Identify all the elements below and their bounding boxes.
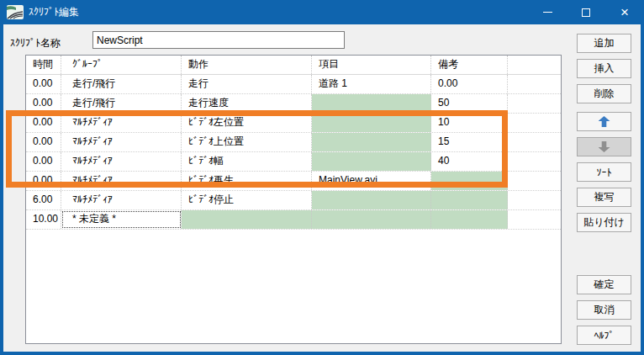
cell-item[interactable]: 道路 1 bbox=[312, 75, 431, 93]
cell-action[interactable]: ﾋﾞﾃﾞｵ左位置 bbox=[182, 114, 312, 132]
sort-button[interactable]: ｿｰﾄ bbox=[577, 162, 631, 182]
table-row[interactable]: 0.00 ﾏﾙﾁﾒﾃﾞｨｱ ﾋﾞﾃﾞｵ上位置 15 bbox=[26, 133, 561, 152]
table-row[interactable]: 0.00 走行/飛行 走行 道路 1 0.00 bbox=[26, 75, 561, 94]
cell-note[interactable]: 50 bbox=[431, 94, 508, 113]
cell-note[interactable] bbox=[431, 172, 508, 190]
cell-extra bbox=[508, 75, 561, 93]
cell-action[interactable]: 走行速度 bbox=[182, 94, 312, 113]
cell-action[interactable]: ﾋﾞﾃﾞｵ停止 bbox=[182, 191, 312, 209]
column-header-group: ｸﾞﾙｰﾌﾟ bbox=[61, 56, 182, 74]
cell-note[interactable]: 10 bbox=[431, 114, 508, 132]
column-header-time: 時間 bbox=[26, 56, 61, 74]
script-table: 時間 ｸﾞﾙｰﾌﾟ 動作 項目 備考 0.00 走行/飛行 走行 道路 1 0.… bbox=[25, 55, 562, 344]
table-row[interactable]: 0.00 ﾏﾙﾁﾒﾃﾞｨｱ ﾋﾞﾃﾞｵ再生 MainView.avi bbox=[26, 172, 561, 191]
cell-time[interactable]: 6.00 bbox=[26, 191, 61, 209]
table-row[interactable]: 0.00 ﾏﾙﾁﾒﾃﾞｨｱ ﾋﾞﾃﾞｵ左位置 10 bbox=[26, 114, 561, 133]
close-icon: × bbox=[620, 0, 629, 24]
cell-note[interactable]: 40 bbox=[431, 152, 508, 171]
cell-extra bbox=[508, 152, 561, 171]
help-button[interactable]: ﾍﾙﾌﾟ bbox=[577, 326, 631, 345]
cell-extra bbox=[508, 94, 561, 113]
paste-button[interactable]: 貼り付け bbox=[577, 213, 631, 232]
cell-extra bbox=[508, 172, 561, 190]
cell-item[interactable] bbox=[312, 191, 431, 209]
cell-item[interactable] bbox=[312, 114, 431, 132]
cell-time[interactable]: 0.00 bbox=[26, 114, 61, 132]
cell-action[interactable]: ﾋﾞﾃﾞｵ幅 bbox=[182, 152, 312, 171]
confirm-button[interactable]: 確定 bbox=[577, 275, 631, 294]
table-row[interactable]: 0.00 走行/飛行 走行速度 50 bbox=[26, 94, 561, 114]
move-down-button[interactable] bbox=[577, 137, 631, 156]
column-header-item: 項目 bbox=[312, 56, 431, 74]
minimize-icon bbox=[543, 12, 552, 13]
cell-group[interactable]: ﾏﾙﾁﾒﾃﾞｨｱ bbox=[61, 133, 182, 151]
cell-extra bbox=[508, 114, 561, 132]
app-icon bbox=[7, 5, 24, 19]
down-arrow-icon bbox=[599, 141, 610, 152]
up-arrow-icon bbox=[599, 116, 610, 127]
cell-item[interactable] bbox=[312, 152, 431, 171]
cell-group[interactable]: 走行/飛行 bbox=[61, 94, 182, 113]
cell-extra bbox=[508, 191, 561, 209]
maximize-icon bbox=[582, 8, 590, 17]
table-header-row: 時間 ｸﾞﾙｰﾌﾟ 動作 項目 備考 bbox=[26, 56, 561, 75]
cell-group[interactable]: ﾏﾙﾁﾒﾃﾞｨｱ bbox=[61, 191, 182, 209]
script-name-input[interactable] bbox=[92, 31, 345, 49]
cell-group-focused[interactable]: * 未定義 * bbox=[61, 210, 182, 229]
insert-button[interactable]: 挿入 bbox=[577, 59, 631, 78]
cell-item[interactable] bbox=[312, 133, 431, 151]
cell-group[interactable]: ﾏﾙﾁﾒﾃﾞｨｱ bbox=[61, 152, 182, 171]
cell-time[interactable]: 0.00 bbox=[26, 75, 61, 93]
cell-group[interactable]: ﾏﾙﾁﾒﾃﾞｨｱ bbox=[61, 114, 182, 132]
cell-group[interactable]: ﾏﾙﾁﾒﾃﾞｨｱ bbox=[61, 172, 182, 190]
cell-group[interactable]: 走行/飛行 bbox=[61, 75, 182, 93]
table-row[interactable]: 10.00 * 未定義 * bbox=[26, 210, 561, 230]
cell-time[interactable]: 0.00 bbox=[26, 152, 61, 171]
cell-item[interactable] bbox=[312, 210, 431, 229]
cell-note[interactable]: 0.00 bbox=[431, 75, 508, 93]
cell-item[interactable]: MainView.avi bbox=[312, 172, 431, 190]
cell-time[interactable]: 0.00 bbox=[26, 172, 61, 190]
minimize-button[interactable] bbox=[528, 0, 567, 24]
column-header-note: 備考 bbox=[431, 56, 508, 74]
cell-action[interactable]: ﾋﾞﾃﾞｵ上位置 bbox=[182, 133, 312, 151]
cell-action[interactable]: ﾋﾞﾃﾞｵ再生 bbox=[182, 172, 312, 190]
cell-time[interactable]: 0.00 bbox=[26, 133, 61, 151]
cell-note[interactable] bbox=[431, 191, 508, 209]
add-button[interactable]: 追加 bbox=[577, 34, 631, 53]
script-name-label: ｽｸﾘﾌﾟﾄ名称 bbox=[10, 36, 61, 50]
copy-button[interactable]: 複写 bbox=[577, 188, 631, 207]
cell-time[interactable]: 10.00 bbox=[26, 210, 61, 229]
cell-action[interactable] bbox=[182, 210, 312, 229]
cell-extra bbox=[508, 133, 561, 151]
column-header-extra bbox=[508, 56, 561, 74]
cell-note[interactable]: 15 bbox=[431, 133, 508, 151]
maximize-button[interactable] bbox=[567, 0, 605, 24]
column-header-action: 動作 bbox=[182, 56, 312, 74]
cell-extra bbox=[508, 210, 561, 229]
script-edit-dialog: ｽｸﾘﾌﾟﾄ編集 × ｽｸﾘﾌﾟﾄ名称 時間 ｸﾞﾙｰﾌﾟ 動作 項目 備考 0… bbox=[0, 0, 644, 355]
delete-button[interactable]: 削除 bbox=[577, 84, 631, 103]
move-up-button[interactable] bbox=[577, 112, 631, 131]
cancel-button[interactable]: 取消 bbox=[577, 300, 631, 320]
table-row[interactable]: 6.00 ﾏﾙﾁﾒﾃﾞｨｱ ﾋﾞﾃﾞｵ停止 bbox=[26, 191, 561, 210]
window-title: ｽｸﾘﾌﾟﾄ編集 bbox=[29, 0, 79, 24]
table-row[interactable]: 0.00 ﾏﾙﾁﾒﾃﾞｨｱ ﾋﾞﾃﾞｵ幅 40 bbox=[26, 152, 561, 172]
cell-action[interactable]: 走行 bbox=[182, 75, 312, 93]
title-bar: ｽｸﾘﾌﾟﾄ編集 × bbox=[0, 0, 644, 24]
close-button[interactable]: × bbox=[605, 0, 644, 24]
cell-note[interactable] bbox=[431, 210, 508, 229]
cell-time[interactable]: 0.00 bbox=[26, 94, 61, 113]
cell-item[interactable] bbox=[312, 94, 431, 113]
